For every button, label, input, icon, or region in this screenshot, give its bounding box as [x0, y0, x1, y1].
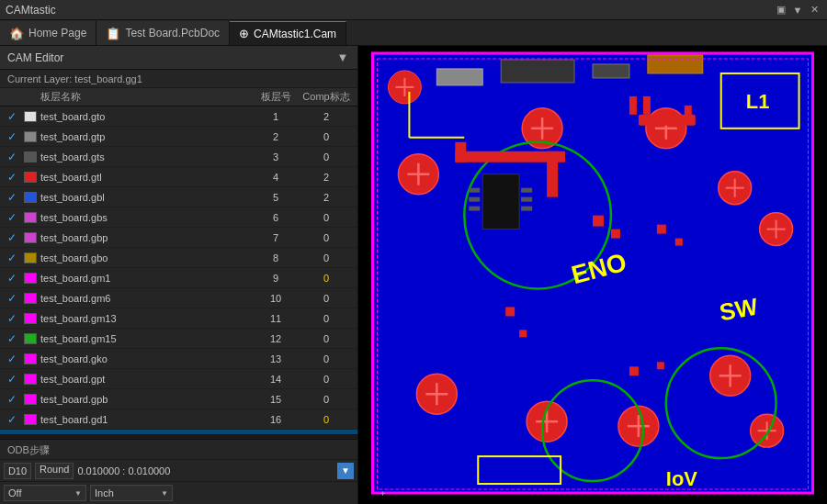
row-color-swatch — [24, 252, 37, 263]
svg-rect-41 — [521, 207, 532, 211]
table-row[interactable]: ✓ test_board.gtl 4 2 — [0, 167, 357, 187]
row-color-swatch — [24, 353, 37, 364]
row-checkbox[interactable]: ✓ — [4, 373, 20, 386]
row-comp-flag: 2 — [299, 111, 354, 122]
row-comp-flag: 0 — [299, 293, 354, 304]
row-checkbox[interactable]: ✓ — [4, 272, 20, 285]
row-comp-flag: 0 — [299, 232, 354, 243]
table-row[interactable]: ✓ test_board.gbp 7 0 — [0, 228, 357, 248]
svg-rect-30 — [455, 142, 466, 162]
current-layer-text: Current Layer: test_board.gg1 — [7, 73, 142, 84]
row-comp-flag: 0 — [299, 273, 354, 284]
row-layer-name: test_board.gm6 — [40, 293, 253, 304]
row-checkbox[interactable]: ✓ — [4, 151, 20, 163]
svg-rect-61 — [593, 216, 604, 227]
table-row[interactable]: ✓ test_board.gm1 9 0 — [0, 268, 357, 288]
current-layer-bar: Current Layer: test_board.gg1 — [0, 70, 357, 88]
row-comp-flag: 0 — [299, 131, 354, 142]
row-layer-name: test_board.gtl — [40, 172, 253, 183]
row-checkbox[interactable]: ✓ — [4, 211, 20, 224]
svg-rect-33 — [643, 96, 651, 115]
inch-select-arrow: ▼ — [161, 489, 168, 498]
tab-label-home: Home Page — [28, 27, 86, 39]
row-checkbox[interactable]: ✓ — [4, 110, 20, 123]
d10-type-select[interactable]: Round — [35, 463, 74, 479]
row-color-swatch — [24, 293, 37, 304]
row-color-swatch — [24, 212, 37, 223]
row-layer-num: 8 — [253, 252, 299, 263]
table-row[interactable]: ✓ test_board.gd1 16 0 — [0, 409, 357, 430]
row-checkbox[interactable]: ✓ — [4, 191, 20, 204]
table-row[interactable]: ✓ test_board.gm6 10 0 — [0, 288, 357, 308]
tab-home[interactable]: 🏠Home Page — [0, 21, 96, 45]
row-layer-num: 5 — [253, 192, 299, 203]
right-panel: L1 ENO SW — [358, 46, 827, 504]
table-row[interactable]: ✓ test_board.gm13 11 0 — [0, 308, 357, 329]
row-layer-num: 12 — [253, 333, 299, 344]
row-color-swatch — [24, 111, 37, 122]
row-layer-num: 1 — [253, 111, 299, 122]
row-layer-num: 2 — [253, 131, 299, 142]
row-layer-num: 16 — [253, 414, 299, 425]
svg-rect-35 — [482, 174, 519, 230]
table-row[interactable]: ✓ test_board.gts 3 0 — [0, 147, 357, 167]
title-bar-label: CAMtastic — [6, 4, 772, 17]
svg-rect-62 — [611, 230, 620, 239]
row-checkbox[interactable]: ✓ — [4, 252, 20, 264]
table-row[interactable]: ✓ test_board.gpt 14 0 — [0, 369, 357, 389]
row-checkbox[interactable]: ✓ — [4, 332, 20, 345]
tab-cam[interactable]: ⊕CAMtastic1.Cam — [230, 21, 346, 45]
title-bar-close-btn[interactable]: ✕ — [807, 3, 821, 17]
row-checkbox[interactable]: ✓ — [4, 292, 20, 305]
row-layer-name: test_board.gko — [40, 353, 253, 364]
table-row[interactable]: ✓ test_board.gto 1 2 — [0, 106, 357, 127]
svg-rect-31 — [547, 151, 558, 197]
odb-label: ODB步骤 — [7, 444, 50, 455]
tab-icon-cam: ⊕ — [239, 27, 249, 40]
row-checkbox[interactable]: ✓ — [4, 312, 20, 325]
row-layer-num: 14 — [253, 374, 299, 385]
odb-section: ODB步骤 — [0, 440, 357, 460]
row-checkbox[interactable]: ✓ — [4, 353, 20, 365]
table-row[interactable]: ✓ test_board.gbs 6 0 — [0, 207, 357, 228]
row-checkbox[interactable]: ✓ — [4, 171, 20, 184]
table-row[interactable]: ✓ test_board.gtp 2 0 — [0, 127, 357, 147]
svg-rect-70 — [639, 115, 655, 126]
d10-dropdown-btn[interactable]: ▼ — [337, 463, 354, 479]
off-select[interactable]: Off ▼ — [4, 485, 86, 501]
row-checkbox[interactable]: ✓ — [4, 393, 20, 406]
row-color-swatch — [24, 333, 37, 344]
svg-rect-36 — [469, 188, 480, 193]
row-color-swatch — [24, 232, 37, 243]
row-color-swatch — [24, 374, 37, 385]
cam-editor-dropdown-btn[interactable]: ▼ — [335, 50, 350, 65]
svg-rect-65 — [505, 307, 515, 316]
row-checkbox[interactable]: ✓ — [4, 130, 20, 143]
row-layer-name: test_board.gpt — [40, 374, 253, 385]
row-checkbox[interactable]: ✓ — [4, 231, 20, 244]
row-layer-name: test_board.gbp — [40, 232, 253, 243]
row-comp-flag: 2 — [299, 192, 354, 203]
tab-pcbdoc[interactable]: 📋Test Board.PcbDoc — [96, 21, 230, 45]
row-comp-flag: 2 — [299, 172, 354, 183]
table-row[interactable]: ✓ test_board.gm15 12 0 — [0, 329, 357, 349]
d10-label: D10 — [4, 463, 31, 479]
title-bar-pin-btn[interactable]: ▣ — [774, 3, 788, 17]
svg-rect-71 — [659, 115, 675, 126]
main-area: CAM Editor ▼ Current Layer: test_board.g… — [0, 46, 827, 504]
row-layer-name: test_board.gm13 — [40, 313, 253, 324]
row-layer-name: test_board.gbs — [40, 212, 253, 223]
title-bar-min-btn[interactable]: ▼ — [790, 3, 805, 17]
table-row[interactable]: ✓ test_board.gpb 15 0 — [0, 389, 357, 409]
layer-table[interactable]: 板层名称 板层号 Comp标志 ✓ test_board.gto 1 2 ✓ t… — [0, 88, 357, 434]
table-row[interactable]: ✓ test_board.gbl 5 2 — [0, 187, 357, 207]
inch-select[interactable]: Inch ▼ — [90, 485, 173, 501]
svg-rect-68 — [657, 362, 664, 369]
row-checkbox[interactable]: ✓ — [4, 413, 20, 426]
off-select-arrow: ▼ — [74, 489, 82, 498]
table-row[interactable]: ✓ test_board.gko 13 0 — [0, 349, 357, 369]
table-header: 板层名称 板层号 Comp标志 — [0, 88, 357, 106]
row-layer-num: 10 — [253, 293, 299, 304]
table-row[interactable]: ✓ test_board.gbo 8 0 — [0, 248, 357, 268]
row-layer-num: 4 — [253, 172, 299, 183]
